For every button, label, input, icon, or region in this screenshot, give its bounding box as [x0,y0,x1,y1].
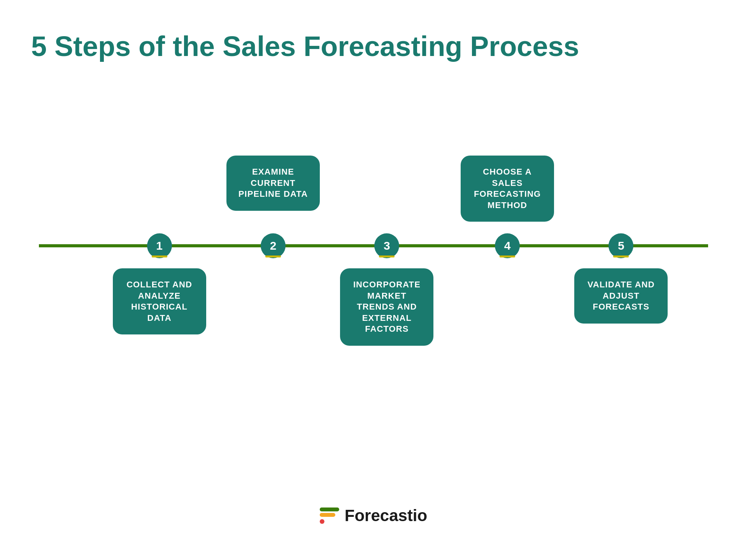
logo-bar-yellow [320,513,335,517]
step-3-box: INCORPORATE MARKET TRENDS AND EXTERNAL F… [340,268,433,346]
logo-bar-green [320,508,339,511]
step-5-label: VALIDATE AND ADJUST FORECASTS [587,280,655,312]
logo: Forecastio [320,506,427,525]
logo-text: Forecastio [345,506,427,525]
step-2-number: 2 [270,239,277,252]
step-4-label: CHOOSE A SALES FORECASTING METHOD [474,167,541,210]
step-3-circle: 3 [374,233,399,258]
step-2-circle: 2 [261,233,286,258]
logo-dot-red [320,519,324,524]
step-4-number: 4 [504,239,511,252]
page-title: 5 Steps of the Sales Forecasting Process [31,31,716,62]
step-5-number: 5 [618,239,624,252]
step-3-number: 3 [384,239,390,252]
timeline: EXAMINE CURRENT PIPELINE DATA CHOOSE A S… [39,148,708,366]
step-1-number: 1 [156,239,163,252]
step-4-box: CHOOSE A SALES FORECASTING METHOD [461,156,554,222]
step-3-label: INCORPORATE MARKET TRENDS AND EXTERNAL F… [353,280,421,334]
logo-icon [320,508,339,524]
step-4-circle: 4 [495,233,520,258]
step-5-box: VALIDATE AND ADJUST FORECASTS [574,268,668,324]
step-5-circle: 5 [608,233,633,258]
step-1-circle: 1 [147,233,172,258]
step-2-label: EXAMINE CURRENT PIPELINE DATA [238,167,308,199]
step-1-box: COLLECT AND ANALYZE HISTORICAL DATA [113,268,206,334]
step-1-label: COLLECT AND ANALYZE HISTORICAL DATA [126,280,192,323]
step-2-box: EXAMINE CURRENT PIPELINE DATA [226,156,320,211]
timeline-line [39,244,708,247]
